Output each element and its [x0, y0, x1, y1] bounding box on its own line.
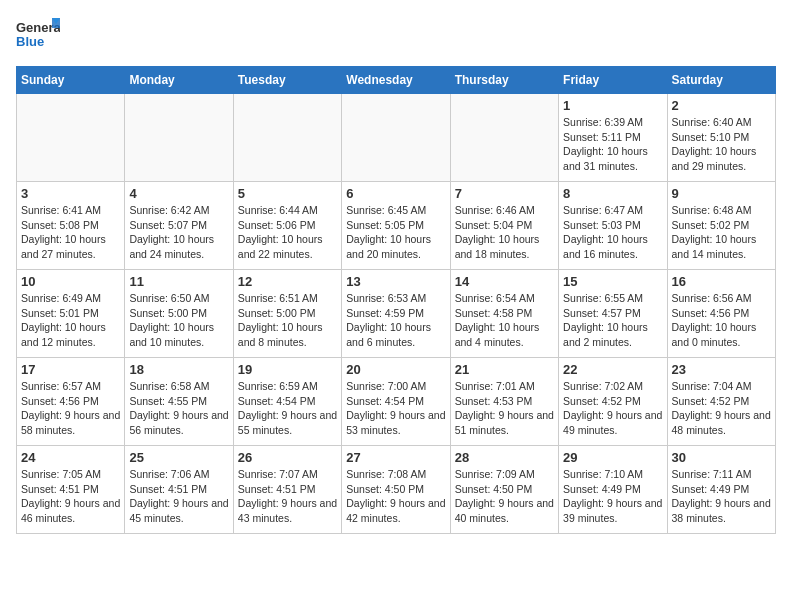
day-info: Sunrise: 6:41 AM Sunset: 5:08 PM Dayligh…: [21, 203, 120, 262]
day-info: Sunrise: 7:00 AM Sunset: 4:54 PM Dayligh…: [346, 379, 445, 438]
calendar-cell: 18Sunrise: 6:58 AM Sunset: 4:55 PM Dayli…: [125, 358, 233, 446]
day-number: 26: [238, 450, 337, 465]
day-number: 16: [672, 274, 771, 289]
weekday-header: Wednesday: [342, 67, 450, 94]
day-number: 29: [563, 450, 662, 465]
logo-icon: General Blue: [16, 16, 60, 54]
calendar-cell: 11Sunrise: 6:50 AM Sunset: 5:00 PM Dayli…: [125, 270, 233, 358]
calendar-week-row: 1Sunrise: 6:39 AM Sunset: 5:11 PM Daylig…: [17, 94, 776, 182]
calendar-week-row: 24Sunrise: 7:05 AM Sunset: 4:51 PM Dayli…: [17, 446, 776, 534]
day-info: Sunrise: 7:01 AM Sunset: 4:53 PM Dayligh…: [455, 379, 554, 438]
day-number: 18: [129, 362, 228, 377]
calendar-cell: 26Sunrise: 7:07 AM Sunset: 4:51 PM Dayli…: [233, 446, 341, 534]
day-number: 2: [672, 98, 771, 113]
calendar-cell: 1Sunrise: 6:39 AM Sunset: 5:11 PM Daylig…: [559, 94, 667, 182]
calendar-cell: [125, 94, 233, 182]
calendar-cell: 6Sunrise: 6:45 AM Sunset: 5:05 PM Daylig…: [342, 182, 450, 270]
calendar-cell: 8Sunrise: 6:47 AM Sunset: 5:03 PM Daylig…: [559, 182, 667, 270]
calendar-cell: 3Sunrise: 6:41 AM Sunset: 5:08 PM Daylig…: [17, 182, 125, 270]
calendar-cell: 15Sunrise: 6:55 AM Sunset: 4:57 PM Dayli…: [559, 270, 667, 358]
day-number: 28: [455, 450, 554, 465]
calendar-cell: 23Sunrise: 7:04 AM Sunset: 4:52 PM Dayli…: [667, 358, 775, 446]
day-info: Sunrise: 6:49 AM Sunset: 5:01 PM Dayligh…: [21, 291, 120, 350]
day-number: 8: [563, 186, 662, 201]
calendar-cell: 10Sunrise: 6:49 AM Sunset: 5:01 PM Dayli…: [17, 270, 125, 358]
day-number: 12: [238, 274, 337, 289]
day-info: Sunrise: 6:53 AM Sunset: 4:59 PM Dayligh…: [346, 291, 445, 350]
calendar-cell: 4Sunrise: 6:42 AM Sunset: 5:07 PM Daylig…: [125, 182, 233, 270]
calendar-cell: 7Sunrise: 6:46 AM Sunset: 5:04 PM Daylig…: [450, 182, 558, 270]
day-number: 3: [21, 186, 120, 201]
day-info: Sunrise: 6:55 AM Sunset: 4:57 PM Dayligh…: [563, 291, 662, 350]
calendar-cell: 20Sunrise: 7:00 AM Sunset: 4:54 PM Dayli…: [342, 358, 450, 446]
calendar-cell: 21Sunrise: 7:01 AM Sunset: 4:53 PM Dayli…: [450, 358, 558, 446]
day-number: 9: [672, 186, 771, 201]
weekday-header-row: SundayMondayTuesdayWednesdayThursdayFrid…: [17, 67, 776, 94]
calendar-cell: 16Sunrise: 6:56 AM Sunset: 4:56 PM Dayli…: [667, 270, 775, 358]
calendar-cell: [233, 94, 341, 182]
day-info: Sunrise: 6:39 AM Sunset: 5:11 PM Dayligh…: [563, 115, 662, 174]
day-info: Sunrise: 6:48 AM Sunset: 5:02 PM Dayligh…: [672, 203, 771, 262]
day-number: 7: [455, 186, 554, 201]
day-number: 20: [346, 362, 445, 377]
calendar-cell: [450, 94, 558, 182]
day-info: Sunrise: 6:56 AM Sunset: 4:56 PM Dayligh…: [672, 291, 771, 350]
day-number: 10: [21, 274, 120, 289]
day-number: 6: [346, 186, 445, 201]
day-info: Sunrise: 6:46 AM Sunset: 5:04 PM Dayligh…: [455, 203, 554, 262]
day-number: 14: [455, 274, 554, 289]
day-info: Sunrise: 6:59 AM Sunset: 4:54 PM Dayligh…: [238, 379, 337, 438]
day-info: Sunrise: 6:42 AM Sunset: 5:07 PM Dayligh…: [129, 203, 228, 262]
day-info: Sunrise: 6:54 AM Sunset: 4:58 PM Dayligh…: [455, 291, 554, 350]
calendar-cell: 19Sunrise: 6:59 AM Sunset: 4:54 PM Dayli…: [233, 358, 341, 446]
day-info: Sunrise: 7:11 AM Sunset: 4:49 PM Dayligh…: [672, 467, 771, 526]
day-number: 4: [129, 186, 228, 201]
calendar-cell: [17, 94, 125, 182]
day-info: Sunrise: 7:05 AM Sunset: 4:51 PM Dayligh…: [21, 467, 120, 526]
calendar-week-row: 17Sunrise: 6:57 AM Sunset: 4:56 PM Dayli…: [17, 358, 776, 446]
logo: General Blue: [16, 16, 60, 54]
calendar-cell: 30Sunrise: 7:11 AM Sunset: 4:49 PM Dayli…: [667, 446, 775, 534]
calendar-week-row: 10Sunrise: 6:49 AM Sunset: 5:01 PM Dayli…: [17, 270, 776, 358]
day-info: Sunrise: 7:08 AM Sunset: 4:50 PM Dayligh…: [346, 467, 445, 526]
calendar-cell: 17Sunrise: 6:57 AM Sunset: 4:56 PM Dayli…: [17, 358, 125, 446]
day-number: 17: [21, 362, 120, 377]
day-number: 25: [129, 450, 228, 465]
calendar-cell: 9Sunrise: 6:48 AM Sunset: 5:02 PM Daylig…: [667, 182, 775, 270]
day-info: Sunrise: 7:07 AM Sunset: 4:51 PM Dayligh…: [238, 467, 337, 526]
calendar-cell: 29Sunrise: 7:10 AM Sunset: 4:49 PM Dayli…: [559, 446, 667, 534]
day-number: 21: [455, 362, 554, 377]
day-info: Sunrise: 7:02 AM Sunset: 4:52 PM Dayligh…: [563, 379, 662, 438]
weekday-header: Friday: [559, 67, 667, 94]
day-number: 24: [21, 450, 120, 465]
day-number: 23: [672, 362, 771, 377]
calendar-cell: 25Sunrise: 7:06 AM Sunset: 4:51 PM Dayli…: [125, 446, 233, 534]
day-info: Sunrise: 6:47 AM Sunset: 5:03 PM Dayligh…: [563, 203, 662, 262]
day-number: 11: [129, 274, 228, 289]
weekday-header: Sunday: [17, 67, 125, 94]
page-header: General Blue: [16, 16, 776, 54]
day-info: Sunrise: 6:44 AM Sunset: 5:06 PM Dayligh…: [238, 203, 337, 262]
calendar-cell: 28Sunrise: 7:09 AM Sunset: 4:50 PM Dayli…: [450, 446, 558, 534]
day-info: Sunrise: 6:51 AM Sunset: 5:00 PM Dayligh…: [238, 291, 337, 350]
calendar-week-row: 3Sunrise: 6:41 AM Sunset: 5:08 PM Daylig…: [17, 182, 776, 270]
weekday-header: Tuesday: [233, 67, 341, 94]
day-number: 19: [238, 362, 337, 377]
calendar-cell: 14Sunrise: 6:54 AM Sunset: 4:58 PM Dayli…: [450, 270, 558, 358]
day-number: 15: [563, 274, 662, 289]
day-info: Sunrise: 7:06 AM Sunset: 4:51 PM Dayligh…: [129, 467, 228, 526]
calendar-cell: 22Sunrise: 7:02 AM Sunset: 4:52 PM Dayli…: [559, 358, 667, 446]
day-info: Sunrise: 7:04 AM Sunset: 4:52 PM Dayligh…: [672, 379, 771, 438]
day-info: Sunrise: 7:09 AM Sunset: 4:50 PM Dayligh…: [455, 467, 554, 526]
weekday-header: Monday: [125, 67, 233, 94]
calendar-cell: [342, 94, 450, 182]
day-info: Sunrise: 6:50 AM Sunset: 5:00 PM Dayligh…: [129, 291, 228, 350]
svg-text:Blue: Blue: [16, 34, 44, 49]
day-number: 30: [672, 450, 771, 465]
calendar-cell: 5Sunrise: 6:44 AM Sunset: 5:06 PM Daylig…: [233, 182, 341, 270]
day-info: Sunrise: 7:10 AM Sunset: 4:49 PM Dayligh…: [563, 467, 662, 526]
calendar-cell: 13Sunrise: 6:53 AM Sunset: 4:59 PM Dayli…: [342, 270, 450, 358]
weekday-header: Thursday: [450, 67, 558, 94]
day-info: Sunrise: 6:40 AM Sunset: 5:10 PM Dayligh…: [672, 115, 771, 174]
day-info: Sunrise: 6:57 AM Sunset: 4:56 PM Dayligh…: [21, 379, 120, 438]
